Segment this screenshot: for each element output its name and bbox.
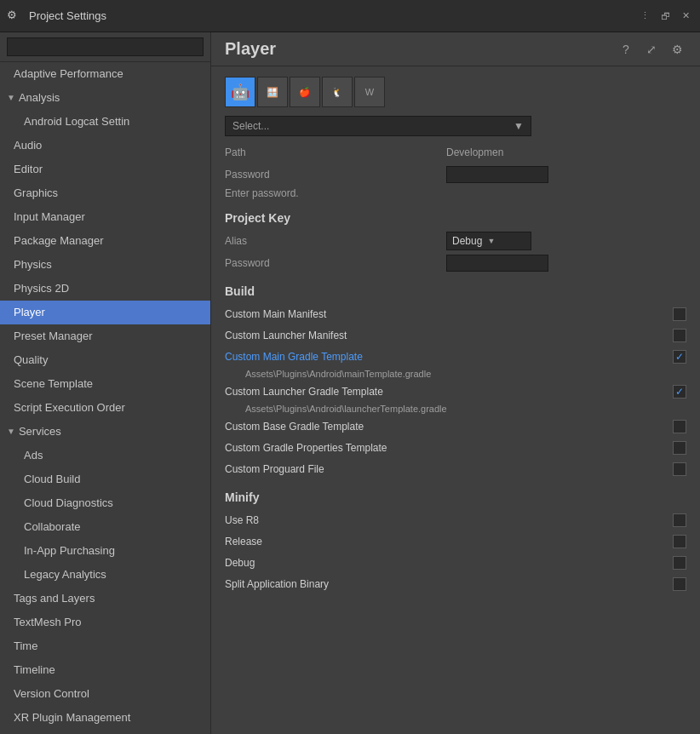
sidebar: Adaptive Performance▼AnalysisAndroid Log… bbox=[0, 32, 211, 734]
sidebar-item-player[interactable]: Player bbox=[0, 301, 210, 324]
split-app-row: Split Application Binary bbox=[225, 575, 686, 594]
sidebar-item-legacy-analytics[interactable]: Legacy Analytics bbox=[0, 563, 210, 587]
sidebar-item-in-app-purchasing[interactable]: In-App Purchasing bbox=[0, 539, 210, 563]
build-item-label-5: Custom Gradle Properties Template bbox=[225, 442, 673, 454]
platform-tab-mac[interactable]: 🍎 bbox=[290, 77, 320, 107]
build-item-label-3: Custom Launcher Gradle Template bbox=[225, 386, 673, 398]
sidebar-item-preset-manager[interactable]: Preset Manager bbox=[0, 324, 210, 348]
settings-icon[interactable]: ⚙ bbox=[668, 40, 686, 59]
platform-tabs: 🤖 🪟 🍎 🐧 W bbox=[225, 77, 686, 107]
alias-label: Alias bbox=[225, 235, 446, 247]
minify-item-checkbox-0[interactable] bbox=[673, 513, 686, 527]
build-item-checkbox-6[interactable] bbox=[673, 462, 686, 476]
alias-dropdown-arrow: ▼ bbox=[487, 237, 495, 245]
build-item-row-5: Custom Gradle Properties Template bbox=[225, 439, 686, 457]
app-icon: ⚙ bbox=[7, 9, 22, 24]
alias-dropdown-value: Debug bbox=[452, 235, 482, 247]
build-item-label-4: Custom Base Gradle Template bbox=[225, 421, 673, 433]
expand-icon[interactable]: ⤢ bbox=[642, 40, 661, 59]
keystore-dropdown-arrow: ▼ bbox=[514, 120, 524, 132]
build-item-checkbox-2[interactable] bbox=[673, 350, 686, 364]
project-key-password-input[interactable] bbox=[446, 255, 548, 272]
sidebar-item-graphics[interactable]: Graphics bbox=[0, 181, 210, 205]
minify-item-checkbox-2[interactable] bbox=[673, 556, 686, 570]
alias-row: Alias Debug ▼ bbox=[225, 232, 686, 250]
sidebar-item-editor[interactable]: Editor bbox=[0, 158, 210, 181]
sidebar-item-analysis[interactable]: ▼Analysis bbox=[0, 86, 210, 110]
build-item-row-2: Custom Main Gradle Template bbox=[225, 347, 686, 366]
build-item-checkbox-0[interactable] bbox=[673, 307, 686, 321]
close-button[interactable]: ✕ bbox=[678, 9, 693, 24]
minify-item-row-2: Debug bbox=[225, 553, 686, 572]
build-item-row-4: Custom Base Gradle Template bbox=[225, 417, 686, 436]
chevron-icon: ▼ bbox=[7, 423, 15, 440]
minify-item-label-0: Use R8 bbox=[225, 514, 673, 526]
search-input[interactable] bbox=[7, 37, 204, 56]
build-item-filepath-2: Assets\Plugins\Android\mainTemplate.grad… bbox=[245, 369, 686, 379]
sidebar-item-physics[interactable]: Physics bbox=[0, 253, 210, 277]
build-item-checkbox-3[interactable] bbox=[673, 385, 686, 399]
keystore-select-label: Select... bbox=[232, 120, 269, 132]
sidebar-item-cloud-diagnostics[interactable]: Cloud Diagnostics bbox=[0, 491, 210, 515]
content-scroll[interactable]: 🤖 🪟 🍎 🐧 W Select... ▼ Path Developmen bbox=[211, 66, 700, 734]
minify-item-checkbox-1[interactable] bbox=[673, 535, 686, 548]
help-icon[interactable]: ? bbox=[617, 40, 635, 59]
password-input[interactable] bbox=[446, 166, 548, 183]
project-key-password-row: Password bbox=[225, 254, 686, 272]
platform-tab-linux[interactable]: 🐧 bbox=[322, 77, 353, 107]
menu-button[interactable]: ⋮ bbox=[637, 9, 652, 24]
minify-items: Use R8ReleaseDebug bbox=[225, 511, 686, 572]
sidebar-item-ads[interactable]: Ads bbox=[0, 444, 210, 467]
sidebar-item-xr-plugin-management[interactable]: XR Plugin Management bbox=[0, 706, 210, 730]
build-item-checkbox-5[interactable] bbox=[673, 441, 686, 455]
header-icons: ? ⤢ ⚙ bbox=[617, 40, 686, 59]
sidebar-item-textmesh-pro[interactable]: TextMesh Pro bbox=[0, 611, 210, 634]
keystore-select[interactable]: Select... ▼ bbox=[225, 116, 531, 136]
split-app-checkbox[interactable] bbox=[673, 577, 686, 591]
build-item-label-1: Custom Launcher Manifest bbox=[225, 330, 673, 341]
sidebar-item-collaborate[interactable]: Collaborate bbox=[0, 515, 210, 539]
sidebar-item-services[interactable]: ▼Services bbox=[0, 420, 210, 444]
sidebar-item-quality[interactable]: Quality bbox=[0, 348, 210, 372]
minify-item-row-1: Release bbox=[225, 532, 686, 551]
build-item-row-6: Custom Proguard File bbox=[225, 460, 686, 479]
select-row: Select... ▼ bbox=[225, 116, 686, 136]
chevron-icon: ▼ bbox=[7, 89, 15, 106]
platform-tab-windows[interactable]: 🪟 bbox=[257, 77, 288, 107]
sidebar-item-android-logcat[interactable]: Android Logcat Settin bbox=[0, 110, 210, 134]
path-row: Path Developmen bbox=[225, 143, 686, 162]
sidebar-items-list: Adaptive Performance▼AnalysisAndroid Log… bbox=[0, 62, 210, 730]
sidebar-item-timeline[interactable]: Timeline bbox=[0, 658, 210, 682]
sidebar-item-adaptive-performance[interactable]: Adaptive Performance bbox=[0, 62, 210, 86]
path-right-label: Developmen bbox=[446, 146, 503, 158]
title-bar-text: Project Settings bbox=[29, 9, 637, 22]
sidebar-item-label-services: Services bbox=[19, 423, 61, 440]
sidebar-item-tags-and-layers[interactable]: Tags and Layers bbox=[0, 587, 210, 611]
project-key-section-header: Project Key bbox=[225, 211, 686, 225]
sidebar-item-audio[interactable]: Audio bbox=[0, 134, 210, 158]
build-item-checkbox-4[interactable] bbox=[673, 420, 686, 433]
sidebar-item-version-control[interactable]: Version Control bbox=[0, 682, 210, 706]
minify-section-header: Minify bbox=[225, 490, 686, 504]
minify-item-row-0: Use R8 bbox=[225, 511, 686, 530]
sidebar-item-physics-2d[interactable]: Physics 2D bbox=[0, 277, 210, 301]
search-bar bbox=[0, 32, 210, 62]
sidebar-item-script-execution-order[interactable]: Script Execution Order bbox=[0, 396, 210, 420]
build-item-filepath-3: Assets\Plugins\Android\launcherTemplate.… bbox=[245, 404, 686, 414]
sidebar-item-time[interactable]: Time bbox=[0, 634, 210, 658]
platform-tab-android[interactable]: 🤖 bbox=[225, 77, 255, 107]
restore-button[interactable]: 🗗 bbox=[657, 9, 673, 24]
project-key-password-label: Password bbox=[225, 257, 446, 269]
path-label: Path bbox=[225, 146, 446, 158]
build-item-checkbox-1[interactable] bbox=[673, 329, 686, 342]
platform-tab-webgl[interactable]: W bbox=[354, 77, 385, 107]
sidebar-item-scene-template[interactable]: Scene Template bbox=[0, 372, 210, 396]
build-item-row-0: Custom Main Manifest bbox=[225, 305, 686, 324]
sidebar-item-package-manager[interactable]: Package Manager bbox=[0, 229, 210, 253]
sidebar-item-input-manager[interactable]: Input Manager bbox=[0, 205, 210, 229]
title-bar: ⚙ Project Settings ⋮ 🗗 ✕ bbox=[0, 0, 700, 32]
password-label: Password bbox=[225, 169, 446, 181]
sidebar-item-cloud-build[interactable]: Cloud Build bbox=[0, 467, 210, 491]
build-item-row-1: Custom Launcher Manifest bbox=[225, 326, 686, 345]
alias-dropdown[interactable]: Debug ▼ bbox=[446, 232, 531, 250]
